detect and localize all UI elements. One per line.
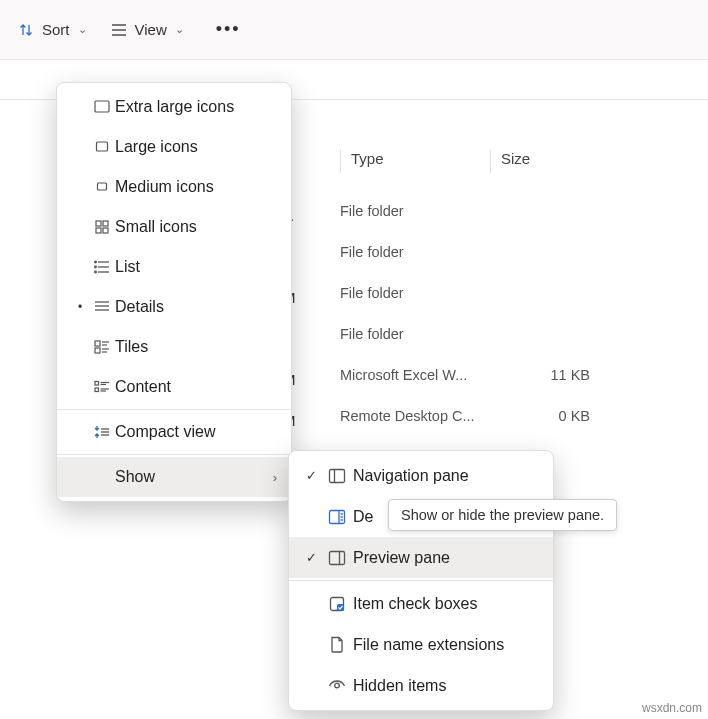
column-type[interactable]: Type [340,150,490,173]
menu-item-navigation-pane[interactable]: ✓ Navigation pane [289,455,553,496]
svg-rect-25 [95,382,99,386]
table-row[interactable]: File folder [340,272,698,313]
svg-rect-6 [96,221,101,226]
toolbar: Sort ⌄ View ⌄ ••• [0,0,708,60]
svg-point-13 [95,261,97,263]
menu-item-xlarge-icons[interactable]: Extra large icons [57,87,291,127]
file-icon [323,636,351,653]
tiles-view-icon [89,340,115,354]
details-pane-icon [323,509,351,525]
menu-item-tiles[interactable]: Tiles [57,327,291,367]
menu-item-hidden-items[interactable]: Hidden items [289,665,553,706]
table-row[interactable]: File folder [340,190,698,231]
sort-label: Sort [42,21,70,38]
list-icon [111,23,127,37]
xlarge-icons-icon [89,98,115,116]
svg-rect-7 [103,221,108,226]
svg-rect-8 [96,228,101,233]
menu-separator [57,409,291,410]
navigation-pane-icon [323,468,351,484]
checkbox-icon [323,596,351,612]
watermark: wsxdn.com [642,701,702,715]
view-button[interactable]: View ⌄ [111,21,184,38]
show-submenu: ✓ Navigation pane De ✓ Preview pane Item… [288,450,554,711]
svg-rect-28 [95,388,99,392]
menu-item-item-check-boxes[interactable]: Item check boxes [289,583,553,624]
sort-button[interactable]: Sort ⌄ [18,21,87,38]
svg-rect-22 [95,348,100,353]
svg-point-15 [95,271,97,273]
svg-rect-4 [97,142,108,151]
menu-item-large-icons[interactable]: Large icons [57,127,291,167]
menu-item-show[interactable]: Show › [57,457,291,497]
table-row[interactable]: File folder [340,313,698,354]
small-icons-icon [89,219,115,235]
view-label: View [135,21,167,38]
table-row[interactable]: Microsoft Excel W...11 KB [340,354,698,395]
svg-rect-34 [330,469,345,482]
menu-item-content[interactable]: Content [57,367,291,407]
content-view-icon [89,380,115,394]
table-row[interactable]: File folder [340,231,698,272]
menu-item-list[interactable]: List [57,247,291,287]
list-view-icon [89,260,115,274]
chevron-down-icon: ⌄ [78,23,87,36]
tooltip: Show or hide the preview pane. [388,499,617,531]
menu-separator [57,454,291,455]
svg-rect-41 [330,551,345,564]
menu-item-details[interactable]: • Details [57,287,291,327]
menu-item-file-name-extensions[interactable]: File name extensions [289,624,553,665]
file-rows: File folder File folder File folder File… [340,190,698,436]
medium-icons-icon [89,180,115,194]
svg-rect-5 [98,183,107,190]
column-headers: Type Size [340,150,698,173]
view-menu: Extra large icons Large icons Medium ico… [56,82,292,502]
chevron-down-icon: ⌄ [175,23,184,36]
menu-separator [289,580,553,581]
large-icons-icon [89,139,115,155]
svg-point-14 [95,266,97,268]
svg-rect-9 [103,228,108,233]
compact-view-icon [89,424,115,440]
menu-item-small-icons[interactable]: Small icons [57,207,291,247]
sort-icon [18,22,34,38]
bullet-icon: • [71,300,89,314]
eye-icon [323,680,351,692]
check-icon: ✓ [301,550,321,565]
details-view-icon [89,300,115,314]
check-icon: ✓ [301,468,321,483]
preview-pane-icon [323,550,351,566]
more-button[interactable]: ••• [208,19,249,40]
svg-point-45 [335,683,340,688]
column-size[interactable]: Size [490,150,600,173]
menu-item-preview-pane[interactable]: ✓ Preview pane [289,537,553,578]
svg-rect-19 [95,341,100,346]
menu-item-compact-view[interactable]: Compact view [57,412,291,452]
table-row[interactable]: Remote Desktop C...0 KB [340,395,698,436]
chevron-right-icon: › [273,470,277,485]
svg-rect-3 [95,101,109,112]
menu-item-medium-icons[interactable]: Medium icons [57,167,291,207]
